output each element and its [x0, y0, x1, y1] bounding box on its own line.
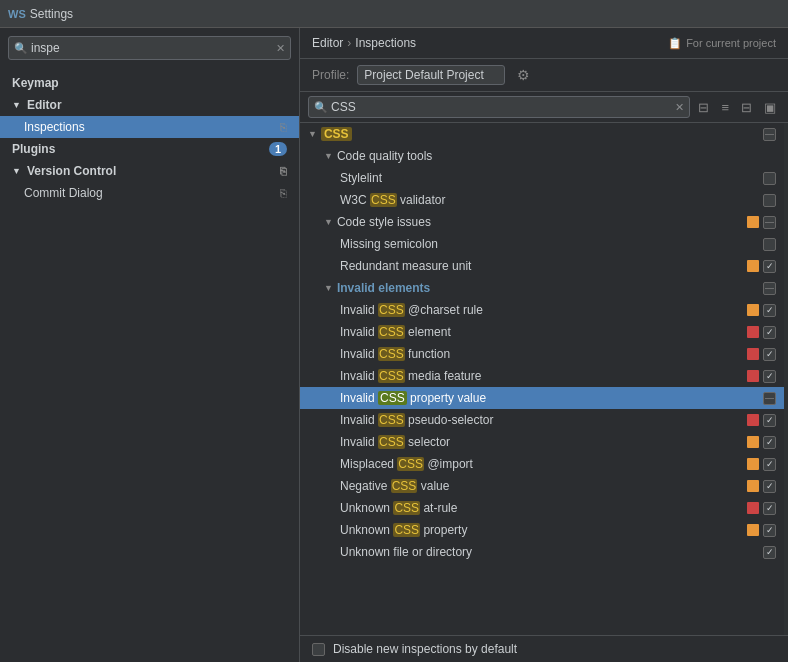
sidebar-item-plugins[interactable]: Plugins 1 [0, 138, 299, 160]
tree-checkbox[interactable] [763, 128, 776, 141]
tree-row-code-quality[interactable]: ▼ Code quality tools [300, 145, 784, 167]
expand-icon: ▼ [324, 151, 333, 161]
app-icon: WS [8, 8, 26, 20]
tree-checkbox[interactable] [763, 216, 776, 229]
tree-row-invalid-elements[interactable]: ▼ Invalid elements [300, 277, 784, 299]
tree-label: W3C CSS validator [340, 193, 759, 207]
tree-label: Invalid CSS @charset rule [340, 303, 743, 317]
tree-checkbox[interactable] [763, 348, 776, 361]
breadcrumb: Editor › Inspections [312, 36, 416, 50]
tree-row-negative-value[interactable]: Negative CSS value [300, 475, 784, 497]
breadcrumb-inspections: Inspections [355, 36, 416, 50]
css-badge: CSS [391, 479, 418, 493]
tree-checkbox[interactable] [763, 370, 776, 383]
bottom-bar: Disable new inspections by default [300, 635, 788, 662]
tree-label: Invalid CSS property value [340, 391, 759, 405]
tree-label: Unknown CSS property [340, 523, 743, 537]
tree-row-invalid-charset[interactable]: Invalid CSS @charset rule [300, 299, 784, 321]
tree-row-invalid-property[interactable]: Invalid CSS property value [300, 387, 784, 409]
expand-icon: ▼ [324, 217, 333, 227]
tree-checkbox[interactable] [763, 546, 776, 559]
panel-header: Editor › Inspections 📋 For current proje… [300, 28, 788, 59]
severity-swatch [747, 502, 759, 514]
expand-icon: ▼ [308, 129, 317, 139]
tree-checkbox[interactable] [763, 194, 776, 207]
tree-label: Unknown file or directory [340, 545, 759, 559]
filter-bar: 🔍 ✕ ⊟ ≡ ⊟ ▣ [300, 92, 788, 123]
for-project-label: For current project [686, 37, 776, 49]
tree-row-unknown-at-rule[interactable]: Unknown CSS at-rule [300, 497, 784, 519]
css-badge: CSS [378, 413, 405, 427]
css-badge: CSS [378, 369, 405, 383]
copy-icon: ⎘ [280, 121, 287, 133]
sidebar-item-version-control[interactable]: ▼ Version Control ⎘ [0, 160, 299, 182]
filter-input[interactable] [308, 96, 690, 118]
sidebar-tree: Keymap ▼ Editor Inspections ⎘ Plugins 1 … [0, 68, 299, 662]
tree-row-css[interactable]: ▼ CSS [300, 123, 784, 145]
sidebar-item-editor[interactable]: ▼ Editor [0, 94, 299, 116]
disable-new-inspections-checkbox[interactable] [312, 643, 325, 656]
filter-clear-icon[interactable]: ✕ [675, 101, 684, 114]
tree-checkbox[interactable] [763, 172, 776, 185]
tree-checkbox[interactable] [763, 392, 776, 405]
tree-checkbox[interactable] [763, 304, 776, 317]
tree-label: Stylelint [340, 171, 759, 185]
sidebar: 🔍 ✕ Keymap ▼ Editor Inspections ⎘ Plugin… [0, 28, 300, 662]
tree-row-code-style[interactable]: ▼ Code style issues [300, 211, 784, 233]
tree-checkbox[interactable] [763, 260, 776, 273]
collapse-all-button[interactable]: ⊟ [737, 98, 756, 117]
tree-checkbox[interactable] [763, 414, 776, 427]
tree-checkbox[interactable] [763, 524, 776, 537]
profile-select[interactable]: Project Default Project Default [357, 65, 505, 85]
sidebar-search-clear[interactable]: ✕ [276, 42, 285, 55]
project-icon: 📋 [668, 37, 682, 50]
copy-icon: ⎘ [280, 165, 287, 177]
for-project: 📋 For current project [668, 37, 776, 50]
sidebar-search-bar: 🔍 ✕ [8, 36, 291, 60]
expand-all-button[interactable]: ≡ [717, 98, 733, 117]
tree-checkbox[interactable] [763, 282, 776, 295]
css-label-highlight: CSS [321, 127, 352, 141]
severity-swatch [747, 458, 759, 470]
tree-row-stylelint[interactable]: Stylelint [300, 167, 784, 189]
sidebar-item-inspections[interactable]: Inspections ⎘ [0, 116, 299, 138]
tree-label: Invalid CSS selector [340, 435, 743, 449]
sidebar-item-keymap[interactable]: Keymap [0, 72, 299, 94]
severity-swatch [747, 304, 759, 316]
tree-row-unknown-file[interactable]: Unknown file or directory [300, 541, 784, 563]
profile-select-wrapper: Project Default Project Default [357, 65, 505, 85]
tree-row-unknown-property[interactable]: Unknown CSS property [300, 519, 784, 541]
tree-checkbox[interactable] [763, 458, 776, 471]
tree-row-missing-semi[interactable]: Missing semicolon [300, 233, 784, 255]
tree-checkbox[interactable] [763, 436, 776, 449]
filter-search-icon: 🔍 [314, 101, 328, 114]
tree-row-misplaced-import[interactable]: Misplaced CSS @import [300, 453, 784, 475]
tree-row-invalid-pseudo[interactable]: Invalid CSS pseudo-selector [300, 409, 784, 431]
tree-row-invalid-media[interactable]: Invalid CSS media feature [300, 365, 784, 387]
filter-button[interactable]: ⊟ [694, 98, 713, 117]
sidebar-item-label: Editor [27, 98, 62, 112]
tree-row-invalid-element[interactable]: Invalid CSS element [300, 321, 784, 343]
css-badge: CSS [393, 501, 420, 515]
severity-swatch [747, 370, 759, 382]
tree-checkbox[interactable] [763, 238, 776, 251]
expand-icon: ▼ [324, 283, 333, 293]
inspection-tree: ▼ CSS ▼ Code quality tools Stylelint [300, 123, 784, 635]
tree-row-invalid-function[interactable]: Invalid CSS function [300, 343, 784, 365]
gear-button[interactable]: ⚙ [513, 65, 534, 85]
window-title: Settings [30, 7, 73, 21]
severity-swatch [747, 260, 759, 272]
sidebar-item-label: Commit Dialog [24, 186, 103, 200]
tree-row-redundant-measure[interactable]: Redundant measure unit [300, 255, 784, 277]
tree-checkbox[interactable] [763, 502, 776, 515]
css-badge: CSS [370, 193, 397, 207]
tree-checkbox[interactable] [763, 326, 776, 339]
profile-label: Profile: [312, 68, 349, 82]
tree-row-invalid-selector[interactable]: Invalid CSS selector [300, 431, 784, 453]
severity-swatch [747, 326, 759, 338]
tree-row-w3c[interactable]: W3C CSS validator [300, 189, 784, 211]
sidebar-search-input[interactable] [8, 36, 291, 60]
menu-button[interactable]: ▣ [760, 98, 780, 117]
tree-checkbox[interactable] [763, 480, 776, 493]
sidebar-item-commit-dialog[interactable]: Commit Dialog ⎘ [0, 182, 299, 204]
